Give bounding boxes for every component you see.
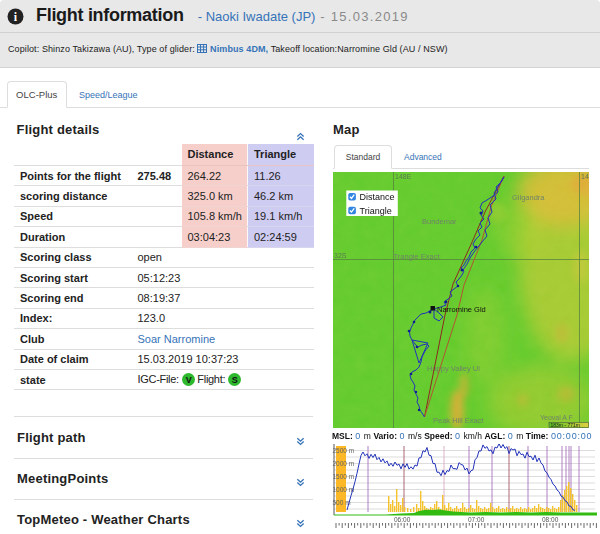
svg-text:07:00: 07:00 [468,516,485,523]
svg-text:06:00: 06:00 [394,516,411,523]
svg-text:1000 m: 1000 m [333,486,355,493]
svg-text:Distance: Distance [360,192,395,202]
svg-text:Yeoval A F: Yeoval A F [540,414,573,421]
svg-text:S: S [232,375,238,385]
svg-text:32S: 32S [334,252,347,259]
svg-text:08:00: 08:00 [542,516,559,523]
svg-text:183m - 771m: 183m - 771m [551,422,580,428]
svg-text:2500 m: 2500 m [333,447,355,454]
svg-text:Trangie Exact: Trangie Exact [394,252,441,261]
svg-text:1500 m: 1500 m [333,473,355,480]
svg-text:Gilgandra: Gilgandra [512,193,545,202]
svg-text:148E: 148E [395,173,412,180]
svg-text:Narromine Gld: Narromine Gld [437,305,486,314]
svg-text:Triangle: Triangle [360,206,392,216]
svg-text:2000 m: 2000 m [333,460,355,467]
svg-text:Peak Hill Exact: Peak Hill Exact [433,416,484,425]
svg-text:14: 14 [581,173,589,180]
svg-text:V: V [185,375,191,385]
svg-text:Bundemar: Bundemar [422,217,457,226]
